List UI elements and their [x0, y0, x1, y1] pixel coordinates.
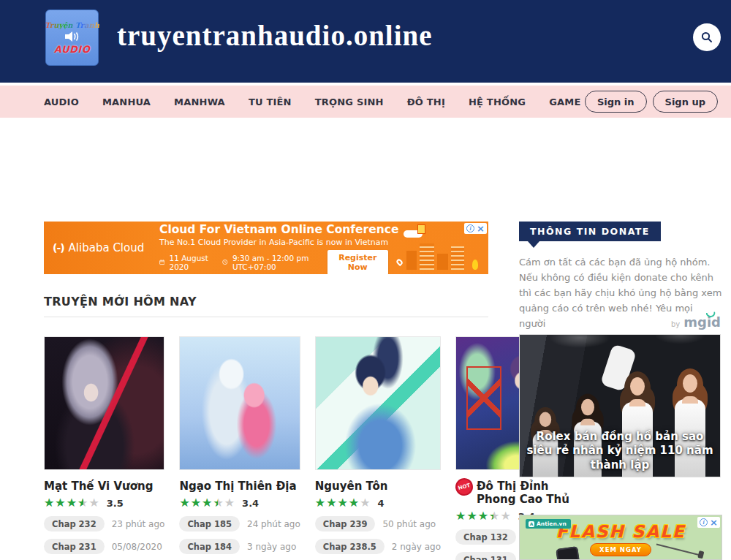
nav-item-game[interactable]: GAME	[549, 97, 580, 107]
site-header: Truyện Tranh AUDIO truyentranhaudio.onli…	[0, 0, 731, 83]
site-title[interactable]: truyentranhaudio.online	[117, 19, 433, 52]
adchoices-controls: i ×	[697, 517, 720, 528]
ad-banner-content: Cloud For Vietnam Online Conference The …	[159, 222, 402, 274]
chapter-time: 3 ngày ago	[247, 542, 296, 552]
phone-image	[556, 546, 582, 560]
logo-text: Truyện Tranh	[45, 21, 99, 29]
ad-time: 9:30 am - 12:00 pm UTC+07:00	[232, 254, 316, 271]
building-shape	[406, 251, 417, 270]
register-now-button[interactable]: Register Now	[327, 250, 388, 275]
rating-row: ★★★★★★★★★★ 4	[315, 497, 441, 509]
comic-card: Mạt Thế Vi Vương ★★★★★★★★★★ 3.5 Chap 232…	[44, 336, 164, 560]
face-shape	[581, 399, 594, 416]
alibaba-brand: (-) Alibaba Cloud	[44, 241, 159, 254]
chapter-chip[interactable]: Chap 185	[179, 516, 240, 531]
mgid-attribution[interactable]: by mgid	[519, 314, 721, 330]
star-rating-icons: ★★★★★★★★★★	[315, 497, 371, 509]
mgid-logo: mgid	[683, 314, 721, 330]
chapter-time: 2 ngày ago	[392, 542, 441, 552]
nav-item-manhua[interactable]: MANHUA	[102, 97, 151, 107]
hot-badge: HOT	[453, 476, 474, 497]
comic-card-grid: Mạt Thế Vi Vương ★★★★★★★★★★ 3.5 Chap 232…	[44, 336, 488, 560]
ad-info-icon[interactable]: i	[466, 224, 474, 232]
chapter-chip[interactable]: Chap 238.5	[315, 539, 385, 554]
section-divider	[44, 317, 488, 317]
sign-in-button[interactable]: Sign in	[585, 91, 647, 113]
sidebar-photo-ad[interactable]: Rolex bán đồng hồ bản sao siêu rẻ nhân k…	[519, 334, 721, 477]
face-shape	[630, 377, 645, 396]
alibaba-ad-banner[interactable]: (-) Alibaba Cloud Cloud For Vietnam Onli…	[44, 222, 488, 274]
comic-title-text: Ngạo Thị Thiên Địa	[179, 480, 296, 493]
logo-audio-label: AUDIO	[54, 44, 90, 55]
search-button[interactable]	[693, 23, 721, 51]
chapter-time: 50 phút ago	[382, 519, 436, 529]
ad-decor-box	[417, 224, 425, 234]
chapter-time: 05/08/2020	[112, 542, 162, 552]
chapter-chip[interactable]: Chap 132	[455, 529, 516, 545]
chapter-chip[interactable]: Chap 232	[44, 516, 105, 531]
comic-title-text: Đô Thị Đỉnh Phong Cao Thủ	[477, 480, 574, 506]
photo-ad-caption: Rolex bán đồng hồ bản sao siêu rẻ nhân k…	[520, 430, 720, 473]
alibaba-logo-icon: (-)	[53, 242, 64, 254]
nav-item-manhwa[interactable]: MANHWA	[174, 97, 225, 107]
nav-item-trong-sinh[interactable]: TRỌNG SINH	[315, 97, 384, 107]
ad-headline: Cloud For Vietnam Online Conference	[159, 223, 402, 236]
flash-sale-ad[interactable]: Antien.vn FLASH SALE XEM NGAY i ×	[519, 515, 722, 560]
comic-title-text: Nguyên Tôn	[315, 480, 388, 493]
ad-close-icon[interactable]: ×	[477, 224, 485, 233]
comic-cover[interactable]	[44, 336, 164, 470]
page: Truyện Tranh AUDIO truyentranhaudio.onli…	[0, 0, 731, 560]
comic-cover[interactable]	[179, 336, 300, 470]
search-icon	[700, 31, 713, 44]
ad-close-icon[interactable]: ×	[710, 518, 718, 527]
comic-title-text: Mạt Thế Vi Vương	[44, 480, 153, 493]
selfie-stick-image	[656, 544, 701, 556]
star-rating-icons: ★★★★★★★★★★	[179, 497, 235, 509]
comic-title[interactable]: Mạt Thế Vi Vương	[44, 480, 164, 493]
calendar-icon	[159, 258, 164, 266]
chapter-row: Chap 185 24 phút ago	[179, 516, 300, 531]
comic-title[interactable]: Nguyên Tôn	[315, 480, 441, 493]
clock-icon	[222, 258, 227, 266]
star-rating-icons: ★★★★★★★★★★	[44, 497, 100, 509]
chapter-time: 23 phút ago	[112, 519, 165, 529]
ad-info-icon[interactable]: i	[700, 518, 708, 526]
nav-item-tu-tien[interactable]: TU TIÊN	[249, 97, 292, 107]
comic-cover[interactable]	[315, 336, 441, 470]
face-shape	[539, 412, 551, 427]
section-title: TRUYỆN MỚI HÔM NAY	[44, 295, 197, 309]
adchoices-controls: i ×	[464, 223, 487, 234]
ad-subheadline: The No.1 Cloud Provider in Asia-Pacific …	[159, 238, 402, 247]
xem-ngay-button[interactable]: XEM NGAY	[590, 543, 651, 556]
rating-row: ★★★★★★★★★★ 3.4	[179, 497, 300, 509]
chapter-row: Chap 231 05/08/2020	[44, 539, 164, 554]
chapter-row: Chap 184 3 ngày ago	[179, 539, 300, 554]
building-shape	[451, 246, 464, 270]
speaker-icon	[64, 31, 80, 42]
site-logo[interactable]: Truyện Tranh AUDIO	[45, 10, 99, 66]
chapter-row: Chap 239 50 phút ago	[315, 516, 441, 531]
sign-up-button[interactable]: Sign up	[653, 91, 718, 113]
nav-item-audio[interactable]: AUDIO	[44, 97, 79, 107]
chapter-chip[interactable]: Chap 131	[455, 552, 516, 560]
building-shape	[420, 243, 434, 270]
chapter-chip[interactable]: Chap 184	[179, 539, 240, 554]
building-shape	[437, 254, 448, 270]
rating-row: ★★★★★★★★★★ 3.5	[44, 497, 164, 509]
chapter-time: 24 phút ago	[247, 519, 300, 529]
comic-title[interactable]: HOT Đô Thị Đỉnh Phong Cao Thủ	[455, 480, 574, 506]
comic-card: Nguyên Tôn ★★★★★★★★★★ 4 Chap 239 50 phút…	[315, 336, 441, 560]
rating-value: 4	[378, 498, 385, 509]
rating-value: 3.5	[107, 498, 124, 509]
nav-item-do-thi[interactable]: ĐÔ THỊ	[407, 97, 445, 107]
star-rating-icons: ★★★★★★★★★★	[455, 510, 512, 522]
chapter-chip[interactable]: Chap 231	[44, 539, 105, 554]
face-shape	[683, 374, 697, 393]
mgid-by-label: by	[671, 320, 680, 328]
chapter-chip[interactable]: Chap 239	[315, 516, 376, 531]
rating-value: 3.4	[242, 498, 259, 509]
comic-title[interactable]: Ngạo Thị Thiên Địa	[179, 480, 300, 493]
chapter-row: Chap 232 23 phút ago	[44, 516, 164, 531]
flash-ad-brand: Antien.vn	[526, 519, 571, 529]
nav-item-he-thong[interactable]: HỆ THỐNG	[469, 97, 526, 107]
